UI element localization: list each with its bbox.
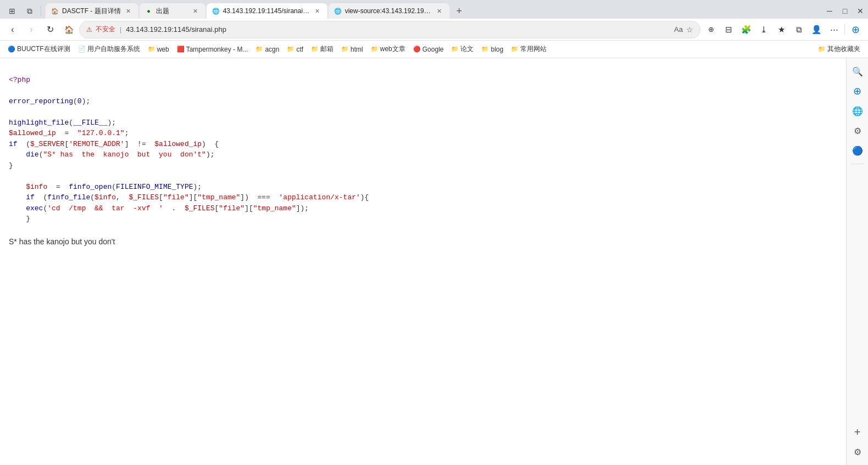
keyword-if: if <box>9 140 18 148</box>
tab-close-4[interactable]: ✕ <box>435 7 444 15</box>
bookmark-label-paper: 论文 <box>460 44 474 54</box>
line-error-reporting: error_reporting <box>9 97 73 105</box>
tab-close-3[interactable]: ✕ <box>313 7 322 15</box>
close-button[interactable]: ✕ <box>853 3 868 19</box>
tab-close-1[interactable]: ✕ <box>124 7 133 15</box>
sidebar-toggle[interactable]: ⧉ <box>791 21 807 38</box>
tab-close-2[interactable]: ✕ <box>191 7 200 15</box>
bookmark-html[interactable]: 📁 html <box>338 43 366 56</box>
sidebar-tools-icon[interactable]: ⚙ <box>849 122 866 139</box>
nav-right: ⊕ ⊟ 🧩 ⤓ ★ ⧉ 👤 ⋯ ⊕ <box>703 21 864 38</box>
sidebar-shopping-icon[interactable]: 🌐 <box>849 102 866 120</box>
bookmark-label-email: 邮箱 <box>320 44 333 54</box>
divider <box>844 24 845 35</box>
bookmark-icon-ctf: 📁 <box>287 46 294 53</box>
bookmark-icon-paper: 📁 <box>451 46 459 53</box>
tab-title-4: view-source:43.143.192.19:1145 <box>345 7 432 15</box>
bookmark-buuctf[interactable]: 🔵 BUUCTF在线评测 <box>4 43 74 56</box>
back-button[interactable]: ‹ <box>4 21 21 38</box>
func-exec: exec <box>26 204 43 212</box>
bookmark-paper[interactable]: 📁 论文 <box>448 43 477 56</box>
forward-button[interactable]: › <box>23 21 40 38</box>
bookmark-label-acgn: acgn <box>265 46 279 53</box>
minimize-button[interactable]: ─ <box>822 3 837 19</box>
bookmark-label-buuctf: BUUCTF在线评测 <box>17 44 70 54</box>
tab-favicon-1: 🏠 <box>51 7 59 15</box>
security-label: 不安全 <box>96 25 115 34</box>
bookmark-label-common-sites: 常用网站 <box>520 44 547 54</box>
line-highlight-file: highlight_file <box>9 119 69 127</box>
bookmark-web[interactable]: 📁 web <box>144 43 173 56</box>
bookmark-acgn[interactable]: 📁 acgn <box>252 43 282 56</box>
bookmark-icon-common-sites: 📁 <box>511 46 519 53</box>
bookmarks-bar: 🔵 BUUCTF在线评测 📄 用户自助服务系统 📁 web 🟥 Tampermo… <box>0 41 868 58</box>
bookmark-icon-google: 🔴 <box>413 46 421 53</box>
tab-viewsource[interactable]: 🌐 view-source:43.143.192.19:1145 ✕ <box>329 3 449 19</box>
tab-favicon-3: 🌐 <box>212 7 220 15</box>
translate-icon[interactable]: Aa <box>674 25 683 33</box>
tab-title-1: DASCTF - 题目详情 <box>62 7 121 16</box>
bookmark-icon-html: 📁 <box>341 46 349 53</box>
address-bar[interactable]: ⚠ 不安全 | 43.143.192.19:1145/siranai.php A… <box>79 21 700 38</box>
tab-title-3: 43.143.192.19:1145/siranai.php <box>223 7 310 15</box>
var-info: $info <box>26 183 47 191</box>
sidebar-search-icon[interactable]: 🔍 <box>849 63 866 80</box>
bookmark-icon-acgn: 📁 <box>255 46 263 53</box>
right-sidebar: 🔍 ⊕ 🌐 ⚙ 🔵 + ⚙ <box>846 58 868 465</box>
sidebar-games-icon[interactable]: 🔵 <box>849 142 866 159</box>
bookmark-tampermonkey[interactable]: 🟥 Tampermonkey - M... <box>174 43 252 56</box>
bookmark-icon-web: 📁 <box>148 46 155 53</box>
bookmark-icon-other: 📁 <box>818 46 826 53</box>
tab-siranai[interactable]: 🌐 43.143.192.19:1145/siranai.php ✕ <box>207 3 327 19</box>
reader-icon[interactable]: ⊕ <box>703 21 719 38</box>
refresh-button[interactable]: ↻ <box>42 21 58 38</box>
bookmark-label-html: html <box>350 46 363 53</box>
tab-favicon-4: 🌐 <box>334 7 342 15</box>
bookmark-label-webarticle: web文章 <box>380 44 405 54</box>
bookmark-icon-tampermonkey: 🟥 <box>177 46 185 53</box>
bookmark-email[interactable]: 📁 邮箱 <box>308 43 337 56</box>
bookmark-common-sites[interactable]: 📁 常用网站 <box>508 43 550 56</box>
separator: | <box>120 26 121 33</box>
bookmark-icon[interactable]: ☆ <box>686 25 693 34</box>
settings-icon[interactable]: ⋯ <box>826 21 842 38</box>
sidebar-add-icon[interactable]: + <box>849 423 866 441</box>
tab-dasctf[interactable]: 🏠 DASCTF - 题目详情 ✕ <box>46 3 138 19</box>
favorites-icon[interactable]: ★ <box>773 21 789 38</box>
home-button[interactable]: 🏠 <box>60 21 77 38</box>
bookmark-icon-user-service: 📄 <box>78 46 86 53</box>
bookmark-ctf[interactable]: 📁 ctf <box>283 43 307 56</box>
profile-icon[interactable]: ⊞ <box>4 3 20 19</box>
bookmark-user-service[interactable]: 📄 用户自助服务系统 <box>75 43 143 56</box>
bookmark-label-user-service: 用户自助服务系统 <box>87 44 140 54</box>
tab-grid-icon[interactable]: ⧉ <box>22 3 37 19</box>
tab-chuanti[interactable]: ● 出题 ✕ <box>140 3 205 19</box>
bookmark-icon-blog: 📁 <box>481 46 489 53</box>
account-icon[interactable]: 👤 <box>808 21 825 38</box>
page-main: <?php error_reporting(0); highlight_file… <box>0 58 846 465</box>
sidebar-settings-icon[interactable]: ⚙ <box>849 443 866 461</box>
keyword-if2: if <box>26 193 35 201</box>
extension-icon[interactable]: 🧩 <box>738 21 754 38</box>
downloads-icon[interactable]: ⤓ <box>755 21 772 38</box>
bookmark-label-tampermonkey: Tampermonkey - M... <box>186 46 248 53</box>
nav-bar: ‹ › ↻ 🏠 ⚠ 不安全 | 43.143.192.19:1145/siran… <box>0 19 868 41</box>
bookmark-google[interactable]: 🔴 Google <box>410 43 447 56</box>
collections-icon[interactable]: ⊟ <box>720 21 737 38</box>
bookmark-label-other: 其他收藏夹 <box>827 44 860 54</box>
tab-favicon-2: ● <box>145 7 153 15</box>
bookmark-label-web: web <box>157 46 169 53</box>
address-text: 43.143.192.19:1145/siranai.php <box>126 25 671 33</box>
tab-title-2: 出题 <box>156 7 188 16</box>
bookmark-webarticle[interactable]: 📁 web文章 <box>368 43 409 56</box>
bookmark-icon-email: 📁 <box>311 46 319 53</box>
php-open-tag: <?php <box>9 76 30 84</box>
edge-icon[interactable]: ⊕ <box>847 21 864 38</box>
security-icon: ⚠ <box>86 26 92 33</box>
bookmark-blog[interactable]: 📁 blog <box>478 43 507 56</box>
bookmark-label-ctf: ctf <box>296 46 303 53</box>
sidebar-copilot-icon[interactable]: ⊕ <box>849 82 866 100</box>
bookmark-other[interactable]: 📁 其他收藏夹 <box>815 43 864 56</box>
maximize-button[interactable]: □ <box>837 3 853 19</box>
new-tab-button[interactable]: + <box>452 3 467 19</box>
